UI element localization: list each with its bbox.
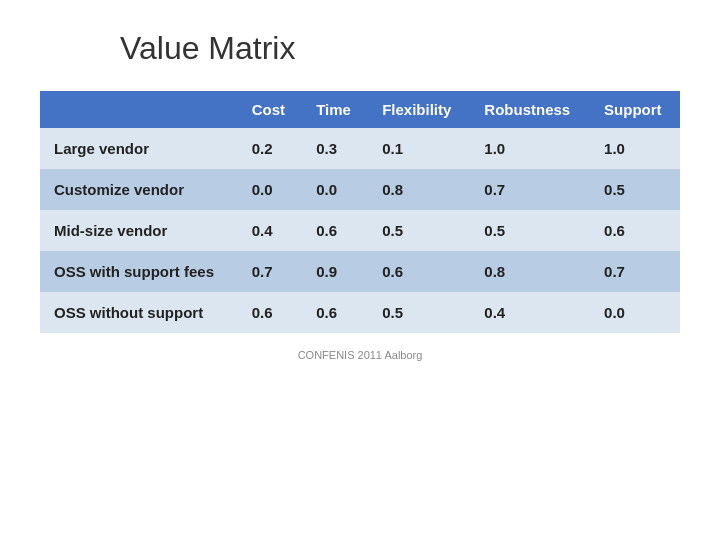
table-row: OSS with support fees0.70.90.60.80.7	[40, 251, 680, 292]
row-cell: 0.9	[302, 251, 368, 292]
header-label	[40, 91, 238, 128]
row-label: OSS without support	[40, 292, 238, 333]
row-cell: 0.4	[470, 292, 590, 333]
row-cell: 0.6	[368, 251, 470, 292]
header-cost: Cost	[238, 91, 303, 128]
row-cell: 0.8	[470, 251, 590, 292]
value-matrix-table: Cost Time Flexibility Robustness Support…	[40, 91, 680, 333]
row-label: OSS with support fees	[40, 251, 238, 292]
header-support: Support	[590, 91, 680, 128]
page-title: Value Matrix	[120, 30, 295, 67]
row-label: Large vendor	[40, 128, 238, 169]
row-cell: 0.6	[590, 210, 680, 251]
row-cell: 0.4	[238, 210, 303, 251]
header-robustness: Robustness	[470, 91, 590, 128]
row-cell: 0.1	[368, 128, 470, 169]
row-label: Customize vendor	[40, 169, 238, 210]
row-cell: 0.5	[368, 292, 470, 333]
row-cell: 0.0	[238, 169, 303, 210]
row-cell: 0.6	[238, 292, 303, 333]
row-cell: 0.6	[302, 292, 368, 333]
footer-text: CONFENIS 2011 Aalborg	[298, 349, 423, 361]
table-row: Customize vendor0.00.00.80.70.5	[40, 169, 680, 210]
row-cell: 1.0	[590, 128, 680, 169]
row-cell: 0.3	[302, 128, 368, 169]
row-cell: 0.6	[302, 210, 368, 251]
row-cell: 0.7	[470, 169, 590, 210]
row-cell: 0.7	[238, 251, 303, 292]
row-cell: 0.0	[590, 292, 680, 333]
row-cell: 0.7	[590, 251, 680, 292]
row-cell: 0.5	[368, 210, 470, 251]
header-time: Time	[302, 91, 368, 128]
row-cell: 1.0	[470, 128, 590, 169]
table-row: Mid-size vendor0.40.60.50.50.6	[40, 210, 680, 251]
table-row: Large vendor0.20.30.11.01.0	[40, 128, 680, 169]
row-cell: 0.2	[238, 128, 303, 169]
row-cell: 0.0	[302, 169, 368, 210]
table-header-row: Cost Time Flexibility Robustness Support	[40, 91, 680, 128]
table-row: OSS without support0.60.60.50.40.0	[40, 292, 680, 333]
row-cell: 0.5	[470, 210, 590, 251]
row-cell: 0.8	[368, 169, 470, 210]
header-flexibility: Flexibility	[368, 91, 470, 128]
row-cell: 0.5	[590, 169, 680, 210]
row-label: Mid-size vendor	[40, 210, 238, 251]
